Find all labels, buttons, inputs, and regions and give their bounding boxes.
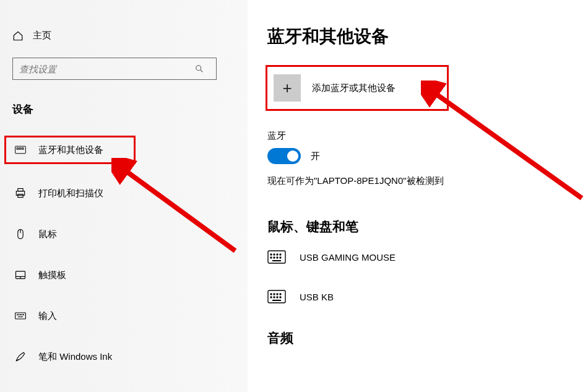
section-mouse-keyboard-pen: 鼠标、键盘和笔 [267, 218, 588, 235]
svg-point-34 [270, 294, 272, 295]
svg-rect-2 [15, 146, 26, 154]
main-content: 蓝牙和其他设备 + 添加蓝牙或其他设备 蓝牙 开 现在可作为"LAPTOP-8P… [248, 0, 588, 392]
svg-point-30 [277, 257, 278, 258]
svg-point-24 [270, 254, 272, 255]
svg-rect-4 [19, 148, 21, 150]
section-audio: 音频 [267, 329, 588, 347]
svg-point-17 [20, 315, 21, 315]
sidebar-item-bluetooth[interactable]: 蓝牙和其他设备 [4, 135, 136, 165]
plus-icon: + [274, 74, 301, 102]
sidebar-item-label: 笔和 Windows Ink [38, 351, 112, 363]
discoverable-text: 现在可作为"LAPTOP-8PE1JQN0"被检测到 [267, 175, 588, 187]
svg-point-25 [274, 254, 275, 255]
svg-point-15 [17, 315, 18, 315]
home-label: 主页 [33, 30, 51, 41]
search-icon[interactable] [194, 64, 204, 74]
svg-point-39 [274, 297, 275, 298]
keyboard-icon [14, 310, 27, 322]
sidebar-item-label: 打印机和扫描仪 [38, 188, 103, 199]
device-name: USB GAMING MOUSE [300, 252, 396, 263]
touchpad-icon [14, 269, 27, 281]
sidebar-item-pen[interactable]: 笔和 Windows Ink [0, 342, 248, 372]
svg-point-41 [280, 297, 281, 298]
sidebar: 主页 设备 蓝牙和其他设备 打印机和扫描仪 鼠标 触摸板 [0, 0, 248, 392]
sidebar-item-label: 鼠标 [38, 229, 57, 240]
svg-point-29 [274, 257, 275, 258]
keyboard-icon [267, 250, 286, 264]
bluetooth-label: 蓝牙 [267, 130, 588, 142]
svg-point-19 [24, 315, 24, 315]
add-device-button[interactable]: + 添加蓝牙或其他设备 [267, 67, 447, 109]
mouse-icon [14, 228, 27, 240]
svg-rect-5 [22, 148, 24, 150]
bluetooth-toggle[interactable] [267, 148, 301, 164]
printer-icon [14, 187, 27, 199]
svg-point-18 [22, 315, 22, 315]
search-input[interactable] [12, 58, 217, 80]
sidebar-item-label: 蓝牙和其他设备 [38, 144, 103, 156]
svg-rect-8 [18, 194, 23, 198]
sidebar-heading: 设备 [0, 95, 248, 135]
svg-line-1 [201, 70, 202, 72]
sidebar-item-printers[interactable]: 打印机和扫描仪 [0, 178, 248, 208]
sidebar-item-touchpad[interactable]: 触摸板 [0, 260, 248, 290]
svg-point-16 [19, 315, 19, 315]
svg-point-28 [270, 257, 272, 258]
page-title: 蓝牙和其他设备 [267, 25, 588, 48]
search-container [12, 58, 235, 80]
add-device-label: 添加蓝牙或其他设备 [312, 82, 396, 94]
svg-point-27 [280, 254, 281, 255]
sidebar-item-label: 触摸板 [38, 269, 66, 281]
device-item[interactable]: USB KB [267, 290, 588, 303]
svg-rect-7 [18, 189, 23, 191]
svg-point-36 [277, 294, 278, 295]
svg-rect-3 [17, 148, 19, 150]
svg-point-38 [270, 297, 272, 298]
home-link[interactable]: 主页 [0, 25, 248, 54]
device-item[interactable]: USB GAMING MOUSE [267, 250, 588, 264]
sidebar-item-typing[interactable]: 输入 [0, 301, 248, 331]
sidebar-item-label: 输入 [38, 310, 57, 322]
bluetooth-device-icon [14, 144, 27, 156]
sidebar-item-mouse[interactable]: 鼠标 [0, 219, 248, 249]
svg-point-31 [280, 257, 281, 258]
home-icon [12, 30, 24, 41]
svg-point-35 [274, 294, 275, 295]
keyboard-icon [267, 290, 286, 303]
device-name: USB KB [300, 292, 334, 302]
svg-point-40 [277, 297, 278, 298]
svg-point-37 [280, 294, 281, 295]
svg-point-26 [277, 254, 278, 255]
svg-rect-14 [15, 313, 26, 319]
sidebar-item-autoplay[interactable]: 自动播放 [0, 383, 248, 392]
pen-icon [14, 351, 27, 363]
svg-point-0 [196, 66, 201, 71]
bluetooth-toggle-state: 开 [311, 150, 320, 162]
